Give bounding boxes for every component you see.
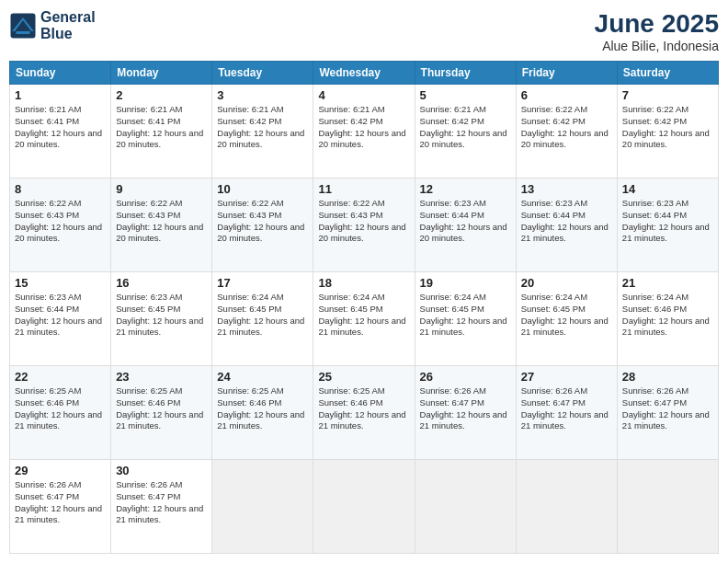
table-cell	[212, 460, 313, 554]
day-number: 17	[217, 276, 308, 290]
day-number: 1	[15, 88, 106, 102]
table-cell	[313, 460, 415, 554]
day-info: Sunrise: 6:23 AM Sunset: 6:44 PM Dayligh…	[420, 198, 511, 245]
day-number: 6	[521, 88, 612, 102]
day-info: Sunrise: 6:23 AM Sunset: 6:44 PM Dayligh…	[622, 198, 713, 245]
day-info: Sunrise: 6:25 AM Sunset: 6:46 PM Dayligh…	[318, 385, 409, 432]
table-cell: 9 Sunrise: 6:22 AM Sunset: 6:43 PM Dayli…	[111, 178, 212, 272]
table-cell: 11 Sunrise: 6:22 AM Sunset: 6:43 PM Dayl…	[313, 178, 415, 272]
svg-rect-3	[17, 31, 30, 34]
day-number: 19	[420, 276, 511, 290]
table-cell: 6 Sunrise: 6:22 AM Sunset: 6:42 PM Dayli…	[516, 85, 617, 178]
main-title: June 2025	[595, 9, 719, 39]
subtitle: Alue Bilie, Indonesia	[595, 39, 719, 53]
table-cell: 26 Sunrise: 6:26 AM Sunset: 6:47 PM Dayl…	[415, 366, 516, 460]
col-friday: Friday	[516, 62, 617, 85]
table-cell	[415, 460, 516, 554]
day-number: 22	[15, 370, 106, 384]
col-saturday: Saturday	[617, 62, 718, 85]
table-cell: 29 Sunrise: 6:26 AM Sunset: 6:47 PM Dayl…	[10, 460, 111, 554]
table-cell: 19 Sunrise: 6:24 AM Sunset: 6:45 PM Dayl…	[415, 272, 516, 366]
table-cell: 15 Sunrise: 6:23 AM Sunset: 6:44 PM Dayl…	[10, 272, 111, 366]
day-number: 3	[217, 88, 308, 102]
calendar-table: Sunday Monday Tuesday Wednesday Thursday…	[9, 61, 719, 554]
day-info: Sunrise: 6:24 AM Sunset: 6:45 PM Dayligh…	[420, 292, 511, 339]
table-cell: 17 Sunrise: 6:24 AM Sunset: 6:45 PM Dayl…	[212, 272, 313, 366]
day-info: Sunrise: 6:26 AM Sunset: 6:47 PM Dayligh…	[622, 385, 713, 432]
day-number: 25	[318, 370, 409, 384]
day-info: Sunrise: 6:24 AM Sunset: 6:45 PM Dayligh…	[521, 292, 612, 339]
table-cell: 2 Sunrise: 6:21 AM Sunset: 6:41 PM Dayli…	[111, 85, 212, 178]
day-number: 26	[420, 370, 511, 384]
day-number: 9	[116, 182, 207, 196]
col-sunday: Sunday	[10, 62, 111, 85]
table-cell	[516, 460, 617, 554]
day-info: Sunrise: 6:22 AM Sunset: 6:42 PM Dayligh…	[521, 104, 612, 151]
day-info: Sunrise: 6:21 AM Sunset: 6:41 PM Dayligh…	[15, 104, 106, 151]
title-block: June 2025 Alue Bilie, Indonesia	[595, 9, 719, 53]
day-info: Sunrise: 6:21 AM Sunset: 6:42 PM Dayligh…	[217, 104, 308, 151]
table-cell: 10 Sunrise: 6:22 AM Sunset: 6:43 PM Dayl…	[212, 178, 313, 272]
day-info: Sunrise: 6:21 AM Sunset: 6:42 PM Dayligh…	[420, 104, 511, 151]
logo: General Blue	[9, 9, 96, 41]
day-info: Sunrise: 6:26 AM Sunset: 6:47 PM Dayligh…	[420, 385, 511, 432]
table-cell: 28 Sunrise: 6:26 AM Sunset: 6:47 PM Dayl…	[617, 366, 718, 460]
day-number: 11	[318, 182, 409, 196]
day-info: Sunrise: 6:22 AM Sunset: 6:42 PM Dayligh…	[622, 104, 713, 151]
day-number: 8	[15, 182, 106, 196]
day-info: Sunrise: 6:22 AM Sunset: 6:43 PM Dayligh…	[15, 198, 106, 245]
table-cell: 7 Sunrise: 6:22 AM Sunset: 6:42 PM Dayli…	[617, 85, 718, 178]
day-info: Sunrise: 6:26 AM Sunset: 6:47 PM Dayligh…	[15, 479, 106, 526]
day-number: 2	[116, 88, 207, 102]
table-cell: 25 Sunrise: 6:25 AM Sunset: 6:46 PM Dayl…	[313, 366, 415, 460]
col-monday: Monday	[111, 62, 212, 85]
col-thursday: Thursday	[415, 62, 516, 85]
table-cell: 3 Sunrise: 6:21 AM Sunset: 6:42 PM Dayli…	[212, 85, 313, 178]
day-info: Sunrise: 6:22 AM Sunset: 6:43 PM Dayligh…	[318, 198, 409, 245]
calendar-header-row: Sunday Monday Tuesday Wednesday Thursday…	[10, 62, 719, 85]
table-cell	[617, 460, 718, 554]
day-number: 18	[318, 276, 409, 290]
day-info: Sunrise: 6:22 AM Sunset: 6:43 PM Dayligh…	[116, 198, 207, 245]
day-info: Sunrise: 6:25 AM Sunset: 6:46 PM Dayligh…	[116, 385, 207, 432]
table-cell: 5 Sunrise: 6:21 AM Sunset: 6:42 PM Dayli…	[415, 85, 516, 178]
table-cell: 24 Sunrise: 6:25 AM Sunset: 6:46 PM Dayl…	[212, 366, 313, 460]
day-info: Sunrise: 6:26 AM Sunset: 6:47 PM Dayligh…	[521, 385, 612, 432]
day-number: 20	[521, 276, 612, 290]
day-number: 14	[622, 182, 713, 196]
logo-icon	[9, 12, 37, 40]
table-cell: 21 Sunrise: 6:24 AM Sunset: 6:46 PM Dayl…	[617, 272, 718, 366]
day-number: 21	[622, 276, 713, 290]
day-number: 15	[15, 276, 106, 290]
day-number: 16	[116, 276, 207, 290]
day-info: Sunrise: 6:24 AM Sunset: 6:46 PM Dayligh…	[622, 292, 713, 339]
table-cell: 4 Sunrise: 6:21 AM Sunset: 6:42 PM Dayli…	[313, 85, 415, 178]
table-cell: 22 Sunrise: 6:25 AM Sunset: 6:46 PM Dayl…	[10, 366, 111, 460]
table-cell: 8 Sunrise: 6:22 AM Sunset: 6:43 PM Dayli…	[10, 178, 111, 272]
day-number: 5	[420, 88, 511, 102]
day-info: Sunrise: 6:26 AM Sunset: 6:47 PM Dayligh…	[116, 479, 207, 526]
day-info: Sunrise: 6:21 AM Sunset: 6:42 PM Dayligh…	[318, 104, 409, 151]
day-info: Sunrise: 6:25 AM Sunset: 6:46 PM Dayligh…	[217, 385, 308, 432]
day-number: 28	[622, 370, 713, 384]
table-cell: 20 Sunrise: 6:24 AM Sunset: 6:45 PM Dayl…	[516, 272, 617, 366]
day-info: Sunrise: 6:24 AM Sunset: 6:45 PM Dayligh…	[217, 292, 308, 339]
col-tuesday: Tuesday	[212, 62, 313, 85]
day-number: 7	[622, 88, 713, 102]
day-info: Sunrise: 6:24 AM Sunset: 6:45 PM Dayligh…	[318, 292, 409, 339]
day-number: 10	[217, 182, 308, 196]
table-cell: 16 Sunrise: 6:23 AM Sunset: 6:45 PM Dayl…	[111, 272, 212, 366]
day-number: 30	[116, 464, 207, 477]
page: General Blue June 2025 Alue Bilie, Indon…	[0, 0, 728, 563]
table-cell: 27 Sunrise: 6:26 AM Sunset: 6:47 PM Dayl…	[516, 366, 617, 460]
day-info: Sunrise: 6:21 AM Sunset: 6:41 PM Dayligh…	[116, 104, 207, 151]
day-number: 24	[217, 370, 308, 384]
table-cell: 23 Sunrise: 6:25 AM Sunset: 6:46 PM Dayl…	[111, 366, 212, 460]
table-cell: 14 Sunrise: 6:23 AM Sunset: 6:44 PM Dayl…	[617, 178, 718, 272]
header: General Blue June 2025 Alue Bilie, Indon…	[9, 9, 719, 53]
day-info: Sunrise: 6:22 AM Sunset: 6:43 PM Dayligh…	[217, 198, 308, 245]
col-wednesday: Wednesday	[313, 62, 415, 85]
day-number: 23	[116, 370, 207, 384]
day-number: 12	[420, 182, 511, 196]
table-cell: 18 Sunrise: 6:24 AM Sunset: 6:45 PM Dayl…	[313, 272, 415, 366]
